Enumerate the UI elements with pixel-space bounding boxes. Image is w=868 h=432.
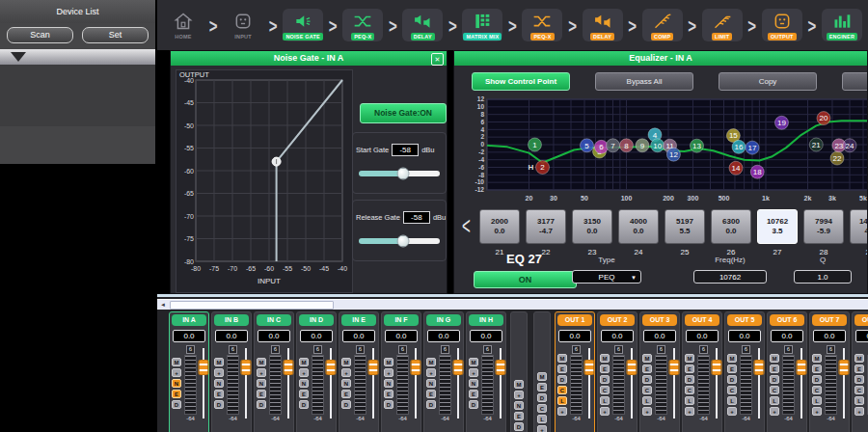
channel-button-in-a-n[interactable]: N xyxy=(172,379,181,388)
channel-button-out-3-d[interactable]: D xyxy=(642,375,652,384)
eq-point-10[interactable]: 10 xyxy=(651,139,665,152)
eq-point-22[interactable]: 22 xyxy=(830,151,844,165)
channel-button-out-4-d[interactable]: D xyxy=(685,375,694,384)
start-gate-slider[interactable] xyxy=(359,171,440,176)
channel-button-in-g-n[interactable]: N xyxy=(426,379,436,388)
channel-button-out-5-e[interactable]: E xyxy=(727,364,737,373)
master-button-l[interactable]: L xyxy=(537,415,547,423)
channel-button-in-b-n[interactable]: N xyxy=(214,379,224,388)
toolbar-item-delay[interactable]: DELAY xyxy=(583,9,623,41)
fader-track[interactable] xyxy=(797,345,806,424)
channel-button-out-4-m[interactable]: M xyxy=(685,354,694,363)
fader-track[interactable] xyxy=(368,345,378,424)
channel-strip-out-7[interactable]: OUT 70.0MEDCL+6-64 xyxy=(809,311,850,432)
band-button-26[interactable]: 63000.0 xyxy=(711,209,751,244)
channel-button-out-4-c[interactable]: C xyxy=(685,386,694,394)
fader-handle[interactable] xyxy=(411,360,421,375)
channel-value[interactable]: 0.0 xyxy=(215,330,248,342)
fader-handle[interactable] xyxy=(839,360,850,375)
channel-strip-out-5[interactable]: OUT 50.0MEDCL+6-64 xyxy=(724,311,765,432)
channel-strip-in-c[interactable]: IN C0.0M+NED6-64 xyxy=(254,311,294,432)
channel-button-out-5-d[interactable]: D xyxy=(727,375,737,384)
fader-track[interactable] xyxy=(712,345,721,424)
toolbar-item-matrix-mix[interactable]: MATRIX MIX xyxy=(462,9,502,41)
toolbar-item-noise-gate[interactable]: NOISE GATE xyxy=(283,9,323,41)
channel-button-out-8--[interactable]: + xyxy=(854,407,864,416)
channel-strip-out-8[interactable]: OUT 80.0MEDCL+6-64 xyxy=(852,311,868,432)
eq-point-13[interactable]: 13 xyxy=(691,139,704,152)
channel-button-in-b-d[interactable]: D xyxy=(214,400,224,409)
channel-value[interactable]: 0.0 xyxy=(813,330,846,342)
channel-value[interactable]: 0.0 xyxy=(342,330,375,342)
eq-point-19[interactable]: 19 xyxy=(774,116,788,129)
bypass-all-button[interactable]: Bypass All xyxy=(595,72,693,91)
channel-strip-in-e[interactable]: IN E0.0M+NED6-64 xyxy=(339,311,379,432)
fader-track[interactable] xyxy=(284,345,293,424)
channel-button-in-d-e[interactable]: E xyxy=(299,390,309,398)
toolbar-item-enginer[interactable]: ENGINER xyxy=(822,9,862,41)
fader-track[interactable] xyxy=(496,345,505,424)
fader-track[interactable] xyxy=(754,345,764,424)
channel-button-in-d-d[interactable]: D xyxy=(299,400,309,409)
start-gate-value[interactable]: -58 xyxy=(392,144,419,156)
channel-button-out-6--[interactable]: + xyxy=(770,407,779,416)
release-gate-value[interactable]: -58 xyxy=(403,211,430,224)
fader-handle[interactable] xyxy=(712,360,722,375)
channel-button-out-3-m[interactable]: M xyxy=(642,354,652,363)
channel-button-in-a-e[interactable]: E xyxy=(172,390,181,398)
band-button-25[interactable]: 51975.5 xyxy=(665,209,705,244)
threshold-handle[interactable] xyxy=(272,157,281,166)
band-button-24[interactable]: 40000.0 xyxy=(618,209,659,244)
eq-on-button[interactable]: ON xyxy=(474,271,577,288)
eq-point-7[interactable]: 7 xyxy=(607,139,620,152)
channel-value[interactable]: 0.0 xyxy=(728,330,761,342)
channel-button-in-h-d[interactable]: D xyxy=(469,400,478,409)
channel-button-in-e-e[interactable]: E xyxy=(341,390,351,398)
channel-button-out-6-m[interactable]: M xyxy=(770,354,779,363)
channel-button-in-g-e[interactable]: E xyxy=(426,390,436,398)
channel-button-in-g-d[interactable]: D xyxy=(426,400,436,409)
eq-point-14[interactable]: 14 xyxy=(729,161,743,175)
fader-handle[interactable] xyxy=(754,360,765,375)
eq-point-16[interactable]: 16 xyxy=(732,140,746,153)
noise-gate-on-button[interactable]: Noise Gate:ON xyxy=(360,103,447,123)
channel-button-out-8-c[interactable]: C xyxy=(854,386,864,394)
channel-button-in-a-m[interactable]: M xyxy=(172,358,181,366)
channel-value[interactable]: 0.0 xyxy=(686,330,719,342)
fader-handle[interactable] xyxy=(284,360,294,375)
channel-strip-in-d[interactable]: IN D0.0M+NED6-64 xyxy=(296,311,337,432)
master-button-m[interactable]: M xyxy=(537,372,547,381)
channel-value[interactable]: 0.0 xyxy=(470,330,502,342)
q-field[interactable]: 1.0 xyxy=(794,270,852,284)
channel-button-in-b-e[interactable]: E xyxy=(214,390,224,398)
channel-button-in-d--[interactable]: + xyxy=(299,368,309,377)
horizontal-scrollbar[interactable]: ◄ xyxy=(157,299,868,310)
channel-button-in-h--[interactable]: + xyxy=(469,368,478,377)
channel-button-out-2-l[interactable]: L xyxy=(600,396,610,405)
master-button-c[interactable]: C xyxy=(537,404,547,413)
channel-button-out-8-e[interactable]: E xyxy=(854,364,864,373)
channel-button-in-b-m[interactable]: M xyxy=(214,358,224,366)
fader-handle[interactable] xyxy=(326,360,337,375)
eq-point-17[interactable]: 17 xyxy=(746,141,759,154)
eq-point-24[interactable]: 24 xyxy=(843,139,856,152)
master-button-d[interactable]: D xyxy=(514,422,524,431)
master-button-n[interactable]: N xyxy=(514,401,524,410)
eq-point-9[interactable]: 9 xyxy=(636,139,649,152)
channel-button-in-e-m[interactable]: M xyxy=(341,358,351,366)
band-prev-button[interactable]: < xyxy=(462,211,477,239)
channel-button-out-1-l[interactable]: L xyxy=(557,396,567,405)
channel-button-out-6-d[interactable]: D xyxy=(770,375,779,384)
channel-button-out-5--[interactable]: + xyxy=(727,407,737,416)
band-button-22[interactable]: 3177-4.7 xyxy=(526,209,566,244)
channel-button-out-3-c[interactable]: C xyxy=(642,386,652,394)
toolbar-item-peq-x[interactable]: PEQ-X xyxy=(522,9,562,41)
channel-button-out-5-l[interactable]: L xyxy=(727,396,737,405)
fader-track[interactable] xyxy=(669,345,679,424)
close-icon[interactable]: ✕ xyxy=(431,53,444,66)
channel-button-out-3-l[interactable]: L xyxy=(642,396,652,405)
channel-button-out-2--[interactable]: + xyxy=(600,407,610,416)
channel-button-in-e-d[interactable]: D xyxy=(341,400,351,409)
channel-button-in-e--[interactable]: + xyxy=(341,368,351,377)
channel-button-out-5-c[interactable]: C xyxy=(727,386,737,394)
